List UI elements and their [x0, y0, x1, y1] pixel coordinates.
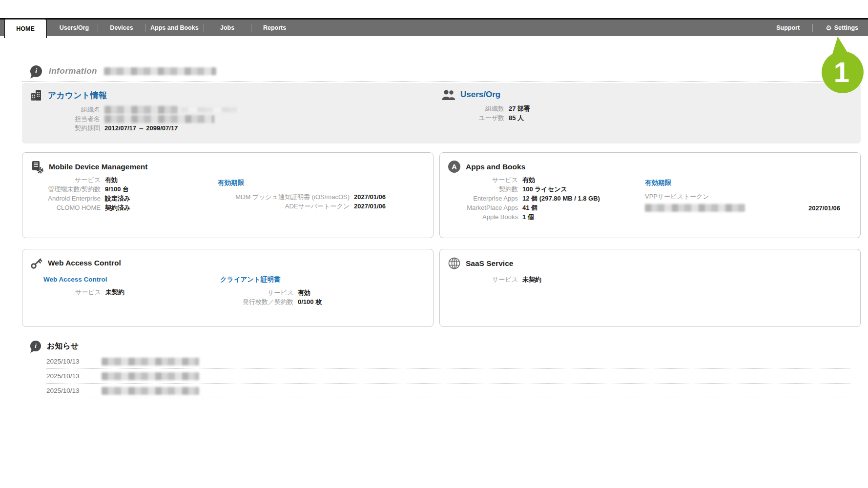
support-link[interactable]: Support: [776, 24, 800, 31]
mdm-row-devices: 管理端末数/契約数 9/100 台: [32, 184, 130, 194]
apps-expiry-section: 有効期限 VPPサービストークン 2027/01/06: [645, 178, 850, 212]
apps-card-title: Apps and Books: [466, 163, 525, 171]
information-title: information: [49, 66, 97, 76]
wac-row-service: サービス 未契約: [43, 287, 124, 297]
notice-list-item[interactable]: 2025/10/13: [46, 354, 850, 369]
mdm-device-gear-icon: [30, 160, 44, 174]
svg-text:A: A: [452, 163, 457, 171]
settings-label: Settings: [834, 24, 858, 31]
notice-date: 2025/10/13: [46, 372, 93, 380]
apps-row-apple-books: Apple Books 1 個: [450, 212, 600, 222]
redacted-notice-text: [102, 358, 199, 366]
mdm-expiry-ade-token: ADEサーバートークン 2027/01/06: [218, 202, 386, 211]
notices-section: i お知らせ 2025/10/13 2025/10/13 2025/10/13: [30, 341, 850, 398]
info-icon: i: [30, 65, 42, 77]
apps-row-licenses: 契約数 100 ライセンス: [450, 184, 600, 194]
notice-list-item[interactable]: 2025/10/13: [46, 369, 850, 384]
apps-status-list: サービス 有効 契約数 100 ライセンス Enterprise Apps 12…: [450, 175, 600, 222]
tab-users-org[interactable]: Users/Org: [51, 24, 98, 31]
wac-card-title: Web Access Control: [48, 259, 121, 267]
mdm-row-service: サービス 有効: [32, 175, 130, 184]
mdm-status-list: サービス 有効 管理端末数/契約数 9/100 台 Android Enterp…: [32, 175, 130, 212]
tab-home-label: HOME: [16, 25, 35, 32]
client-cert-link[interactable]: クライアント証明書: [220, 276, 280, 283]
users-org-row-users: ユーザ数 85 人: [442, 113, 530, 122]
nav-separator: [812, 24, 813, 32]
account-row-contract-period: 契約期間 2012/07/17 ～ 2099/07/17: [30, 123, 239, 133]
users-org-row-orgs: 組織数 27 部署: [442, 104, 530, 113]
wac-link[interactable]: Web Access Control: [43, 276, 107, 283]
apps-row-enterprise-apps: Enterprise Apps 12 個 (297.80 MB / 1.8 GB…: [450, 194, 600, 203]
users-org-title: Users/Org: [460, 90, 500, 100]
account-row-org-name: 組織名: [30, 105, 239, 114]
gear-icon: ⚙: [826, 24, 832, 31]
redacted-contact-name: [104, 115, 214, 123]
web-access-control-card: Web Access Control Web Access Control サー…: [22, 249, 434, 327]
mdm-expiry-push-cert: MDM プッシュ通知証明書 (iOS/macOS) 2027/01/06: [218, 192, 386, 202]
saas-service-card: SaaS Service サービス 未契約: [439, 249, 861, 327]
nav-tab-strip: Users/Org Devices Apps and Books Jobs Re…: [51, 20, 298, 36]
step-1-callout-badge: 1: [817, 35, 868, 95]
redacted-org-name-tail: [181, 107, 239, 112]
tab-devices[interactable]: Devices: [98, 24, 145, 31]
account-panel: アカウント情報 組織名 担当者名 契約期間 2012/07/17 ～ 2099/…: [22, 83, 861, 143]
tab-home[interactable]: HOME: [4, 19, 47, 38]
saas-card-title: SaaS Service: [466, 259, 513, 268]
app-store-icon: A: [448, 160, 461, 173]
redacted-org-name: [104, 106, 178, 114]
mdm-expiry-section: 有効期限 MDM プッシュ通知証明書 (iOS/macOS) 2027/01/0…: [218, 178, 386, 211]
saas-status-list: サービス 未契約: [450, 275, 541, 284]
notice-info-icon: i: [30, 341, 41, 351]
top-nav: HOME Users/Org Devices Apps and Books Jo…: [0, 18, 868, 36]
apps-and-books-card: A Apps and Books サービス 有効 契約数 100 ライセンス E…: [439, 152, 861, 238]
mdm-card: Mobile Device Management サービス 有効 管理端末数/契…: [22, 152, 434, 238]
client-cert-row-issued: 発行枚数／契約数 0/100 枚: [220, 297, 322, 306]
account-row-contact-name: 担当者名: [30, 114, 239, 123]
wac-left-column: Web Access Control サービス 未契約: [43, 275, 124, 297]
tab-jobs[interactable]: Jobs: [204, 24, 251, 31]
apps-row-marketplace-apps: MarketPlace Apps 41 個: [450, 203, 600, 212]
notice-date: 2025/10/13: [46, 387, 93, 394]
users-icon: [442, 89, 455, 101]
redacted-information-text: [104, 67, 216, 75]
account-info-section: アカウント情報 組織名 担当者名 契約期間 2012/07/17 ～ 2099/…: [30, 89, 239, 133]
apps-row-service: サービス 有効: [450, 175, 600, 184]
users-org-section: Users/Org 組織数 27 部署 ユーザ数 85 人: [442, 89, 530, 122]
step-number: 1: [834, 56, 849, 88]
notices-title: お知らせ: [47, 341, 79, 351]
globe-icon: [448, 257, 461, 270]
tab-reports[interactable]: Reports: [251, 24, 298, 31]
redacted-vpp-token: [645, 204, 745, 212]
notice-list-item[interactable]: 2025/10/13: [46, 384, 850, 398]
client-cert-row-service: サービス 有効: [220, 288, 322, 297]
saas-row-service: サービス 未契約: [450, 275, 541, 284]
key-icon: [30, 257, 43, 269]
vpp-token-expiry-date: 2027/01/06: [808, 204, 840, 212]
mdm-card-title: Mobile Device Management: [49, 163, 147, 171]
mdm-row-clomo-home: CLOMO HOME 契約済み: [32, 203, 130, 212]
vpp-token-label: VPPサービストークン: [645, 192, 850, 201]
client-cert-column: クライアント証明書 サービス 有効 発行枚数／契約数 0/100 枚: [220, 275, 322, 306]
mdm-row-android-enterprise: Android Enterprise 設定済み: [32, 194, 130, 203]
account-info-title: アカウント情報: [48, 90, 107, 101]
buildings-icon: [30, 89, 43, 102]
redacted-notice-text: [102, 372, 199, 380]
nav-right-links: Support ⚙ Settings: [776, 20, 858, 36]
mdm-expiry-link[interactable]: 有効期限: [218, 179, 244, 186]
settings-link[interactable]: ⚙ Settings: [826, 24, 858, 31]
information-bar: i information: [22, 61, 861, 82]
redacted-notice-text: [102, 387, 199, 395]
apps-expiry-link[interactable]: 有効期限: [645, 179, 671, 186]
tab-apps-and-books[interactable]: Apps and Books: [145, 24, 204, 31]
notice-date: 2025/10/13: [46, 358, 93, 365]
